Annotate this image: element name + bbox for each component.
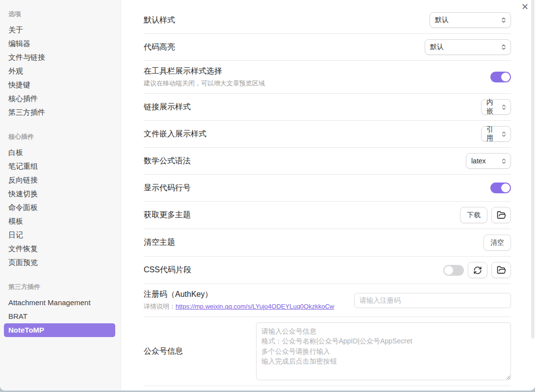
- setting-label: 公众号信息: [144, 346, 183, 357]
- toolbar-style-toggle[interactable]: [490, 72, 511, 82]
- setting-row-link-style: 链接展示样式 内嵌: [144, 94, 511, 121]
- sidebar-item-notetomp[interactable]: NoteToMP: [4, 323, 115, 337]
- settings-content: ✕ 默认样式 默认 代码高亮 默认: [121, 0, 535, 391]
- setting-row-auth-key: 注册码（AuthKey） 详情说明：https://mp.weixin.qq.c…: [144, 284, 511, 317]
- toggle-knob: [444, 266, 453, 275]
- download-theme-button[interactable]: 下载: [460, 207, 487, 223]
- sidebar-section-options: 选项: [8, 10, 116, 19]
- select-value: 默认: [435, 16, 449, 25]
- refresh-icon: [473, 266, 482, 275]
- sidebar-item-daily-notes[interactable]: 日记: [4, 228, 115, 242]
- select-value: 引用: [486, 125, 498, 143]
- setting-label: 在工具栏展示样式选择: [144, 66, 265, 77]
- sidebar-item-about[interactable]: 关于: [4, 23, 115, 37]
- open-theme-folder-button[interactable]: [491, 207, 511, 223]
- sidebar-item-appearance[interactable]: 外观: [4, 64, 115, 78]
- vertical-scrollbar[interactable]: [531, 0, 535, 339]
- setting-row-css-snippet: CSS代码片段: [144, 257, 511, 284]
- select-value: 内嵌: [486, 98, 498, 116]
- folder-open-icon: [497, 265, 506, 275]
- setting-row-math-syntax: 数学公式语法 latex: [144, 148, 511, 175]
- setting-label: 数学公式语法: [144, 156, 191, 166]
- auth-key-desc-prefix: 详情说明：: [144, 303, 176, 310]
- sidebar-section-core-plugins: 核心插件: [8, 132, 116, 141]
- setting-label: 显示代码行号: [144, 183, 191, 193]
- mp-info-textarea[interactable]: [256, 322, 511, 380]
- chevrons-up-down-icon: [500, 17, 507, 24]
- toggle-knob: [501, 73, 510, 81]
- footer-actions: 加密公众号信息 测试公众号: [144, 386, 511, 391]
- chevrons-up-down-icon: [501, 104, 507, 110]
- chevrons-up-down-icon: [500, 44, 507, 51]
- sidebar-item-note-composer[interactable]: 笔记重组: [4, 159, 115, 173]
- link-style-select[interactable]: 内嵌: [481, 99, 511, 115]
- sidebar-item-page-preview[interactable]: 页面预览: [4, 256, 115, 269]
- chevrons-up-down-icon: [501, 131, 507, 137]
- setting-label: 获取更多主题: [144, 210, 191, 220]
- sidebar-item-files-links[interactable]: 文件与链接: [4, 51, 115, 64]
- sidebar-item-community-plugins[interactable]: 第三方插件: [4, 105, 115, 119]
- settings-modal: 选项 关于 编辑器 文件与链接 外观 快捷键 核心插件 第三方插件 核心插件 白…: [0, 0, 535, 391]
- sidebar-item-quick-switcher[interactable]: 快速切换: [4, 187, 115, 201]
- close-icon[interactable]: ✕: [521, 2, 529, 12]
- refresh-css-button[interactable]: [468, 262, 487, 278]
- sidebar-item-backlinks[interactable]: 反向链接: [4, 173, 115, 187]
- setting-description: 详情说明：https://mp.weixin.qq.com/s/LYujo4OD…: [144, 302, 334, 311]
- sidebar-item-attachment-management[interactable]: Attachment Management: [4, 296, 115, 310]
- toggle-knob: [501, 183, 510, 192]
- sidebar-item-templates[interactable]: 模板: [4, 214, 115, 228]
- sidebar-item-hotkeys[interactable]: 快捷键: [4, 78, 115, 92]
- sidebar-item-command-palette[interactable]: 命令面板: [4, 201, 115, 214]
- auth-key-help-link[interactable]: https://mp.weixin.qq.com/s/LYujo4ODEYLuq…: [176, 303, 334, 310]
- settings-sidebar: 选项 关于 编辑器 文件与链接 外观 快捷键 核心插件 第三方插件 核心插件 白…: [0, 0, 121, 391]
- setting-row-clear-theme: 清空主题 清空: [144, 229, 511, 257]
- setting-label: CSS代码片段: [144, 265, 191, 275]
- setting-row-get-more-themes: 获取更多主题 下载: [144, 202, 511, 229]
- sidebar-item-file-recovery[interactable]: 文件恢复: [4, 242, 115, 256]
- folder-open-icon: [497, 210, 506, 220]
- setting-row-file-embed-style: 文件嵌入展示样式 引用: [144, 121, 511, 148]
- select-value: latex: [471, 157, 486, 165]
- sidebar-item-brat[interactable]: BRAT: [4, 310, 115, 323]
- auth-key-input[interactable]: [354, 293, 511, 308]
- setting-row-toolbar-style: 在工具栏展示样式选择 建议在移动端关闭，可以增大文章预览区域: [144, 61, 511, 94]
- setting-label: 默认样式: [144, 15, 175, 26]
- setting-row-default-style: 默认样式 默认: [144, 7, 511, 34]
- setting-label: 文件嵌入展示样式: [144, 129, 206, 139]
- setting-row-code-line-numbers: 显示代码行号: [144, 175, 511, 202]
- open-css-folder-button[interactable]: [491, 262, 511, 278]
- sidebar-item-canvas[interactable]: 白板: [4, 146, 115, 159]
- chevrons-up-down-icon: [501, 158, 507, 164]
- math-syntax-select[interactable]: latex: [466, 153, 511, 169]
- setting-label: 清空主题: [144, 237, 175, 248]
- sidebar-item-core-plugins[interactable]: 核心插件: [4, 92, 115, 105]
- select-value: 默认: [430, 43, 444, 52]
- setting-label: 链接展示样式: [144, 102, 191, 112]
- sidebar-section-community-plugins: 第三方插件: [8, 283, 116, 291]
- css-snippet-toggle[interactable]: [443, 265, 464, 276]
- setting-label: 代码高亮: [144, 42, 175, 52]
- file-embed-style-select[interactable]: 引用: [481, 126, 511, 142]
- setting-row-mp-info: 公众号信息: [144, 317, 511, 386]
- code-highlight-select[interactable]: 默认: [425, 39, 511, 55]
- default-style-select[interactable]: 默认: [430, 12, 511, 28]
- setting-row-code-highlight: 代码高亮 默认: [144, 34, 511, 61]
- setting-description: 建议在移动端关闭，可以增大文章预览区域: [144, 79, 265, 88]
- code-line-numbers-toggle[interactable]: [490, 183, 511, 193]
- sidebar-item-editor[interactable]: 编辑器: [4, 37, 115, 51]
- clear-theme-button[interactable]: 清空: [484, 235, 511, 251]
- setting-label: 注册码（AuthKey）: [144, 289, 334, 300]
